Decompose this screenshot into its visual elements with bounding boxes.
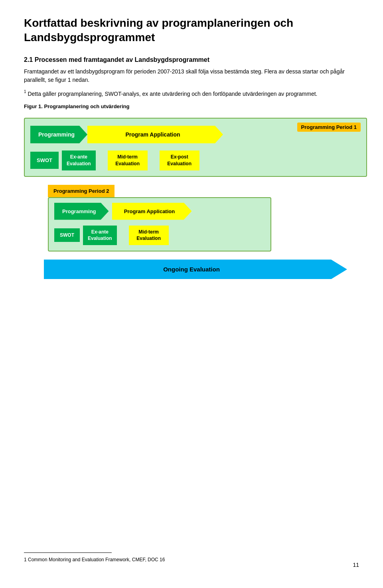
figure-label: Figur 1. Programplanering och utvärderin…	[24, 103, 359, 111]
period2-label: Programming Period 2	[48, 185, 115, 197]
exante-box-2: Ex-anteEvaluation	[83, 226, 117, 245]
swot-box-1: SWOT	[30, 152, 59, 169]
period2-inner: Programming Program Application SWOT Ex-…	[48, 197, 271, 252]
expost-box-1: Ex-postEvaluation	[160, 150, 199, 170]
row1-bottom: SWOT Ex-anteEvaluation Mid-termEvaluatio…	[30, 150, 361, 170]
program-application-box-2: Program Application	[112, 203, 192, 220]
ongoing-container: Ongoing Evaluation	[24, 259, 367, 279]
midterm-box-1: Mid-termEvaluation	[108, 150, 148, 170]
footer-divider	[24, 552, 112, 553]
page-number: 11	[353, 562, 359, 568]
paragraph-1: Framtagandet av ett landsbygdsprogram fö…	[24, 67, 359, 84]
period1-container: Programming Period 1 Programming Program…	[24, 118, 367, 177]
programming-box-2: Programming	[54, 203, 109, 220]
program-application-box-1: Program Application	[87, 126, 223, 143]
period1-label: Programming Period 1	[297, 123, 361, 132]
period2-outer: Programming Period 2 Programming Program…	[24, 185, 367, 252]
ongoing-arrow: Ongoing Evaluation	[44, 259, 347, 279]
swot-box-2: SWOT	[54, 228, 80, 242]
exante-box-1: Ex-anteEvaluation	[62, 150, 96, 170]
period2-row1: Programming Program Application	[54, 203, 265, 220]
paragraph-2: 1 Detta gäller programplanering, SWOT-an…	[24, 89, 359, 98]
diagram: Programming Period 1 Programming Program…	[24, 118, 367, 279]
footnote-text: 1 Common Monitoring and Evaluation Frame…	[24, 556, 359, 563]
section-heading: 2.1 Processen med framtagandet av Landsb…	[24, 56, 359, 63]
page-title: Kortfattad beskrivning av programplaneri…	[24, 16, 359, 45]
period2-row2: SWOT Ex-anteEvaluation Mid-termEvaluatio…	[54, 226, 265, 245]
midterm-box-2: Mid-termEvaluation	[129, 226, 169, 245]
programming-box-1: Programming	[30, 126, 87, 143]
footer: 1 Common Monitoring and Evaluation Frame…	[24, 552, 359, 568]
